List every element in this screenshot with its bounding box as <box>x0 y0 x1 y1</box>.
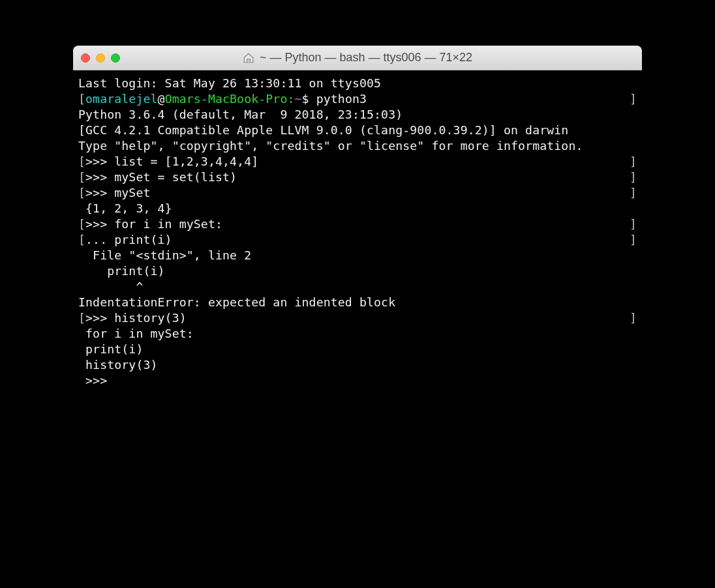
shell-command: python3 <box>316 92 367 106</box>
repl-empty-prompt: >>> <box>78 374 114 387</box>
repl-line: [>>> for i in mySet: ] <box>78 216 637 232</box>
terminal-window: ~ — Python — bash — ttys006 — 71×22 Last… <box>73 46 642 514</box>
maximize-button[interactable] <box>111 53 120 63</box>
repl-input: print(i) <box>114 233 172 246</box>
python-version: Python 3.6.4 (default, Mar 9 2018, 23:15… <box>78 108 410 121</box>
bracket-open: [ <box>78 186 85 199</box>
repl-output: {1, 2, 3, 4} <box>78 201 172 215</box>
repl-line: [>>> history(3) ] <box>78 310 637 326</box>
repl-left: [>>> for i in mySet: <box>78 216 222 232</box>
bracket-close: ] <box>630 169 637 185</box>
close-button[interactable] <box>81 53 90 63</box>
repl-prompt: >>> <box>85 186 114 199</box>
prompt-tilde: ~ <box>295 92 302 106</box>
error-source: print(i) <box>78 264 165 278</box>
bracket-close: ] <box>630 232 637 248</box>
bracket-close: ] <box>630 310 637 326</box>
repl-left: [>>> mySet = set(list) <box>78 169 237 185</box>
repl-left: [... print(i) <box>78 232 172 248</box>
terminal-line: File "<stdin>", line 2 <box>78 248 637 263</box>
window-title: ~ — Python — bash — ttys006 — 71×22 <box>260 51 472 65</box>
repl-prompt: >>> <box>85 374 114 387</box>
terminal-line: Last login: Sat May 26 13:30:11 on ttys0… <box>78 76 637 91</box>
repl-prompt: >>> <box>85 217 114 231</box>
repl-line: [... print(i) ] <box>78 232 637 248</box>
error-message: IndentationError: expected an indented b… <box>78 295 395 309</box>
repl-input: mySet = set(list) <box>114 170 237 184</box>
bracket-close: ] <box>630 91 637 107</box>
prompt-at: @ <box>158 92 165 106</box>
prompt-dollar: $ <box>302 92 316 106</box>
error-caret: ^ <box>78 280 143 293</box>
repl-input: mySet <box>114 186 150 199</box>
last-login-text: Last login: Sat May 26 13:30:11 on ttys0… <box>78 76 381 90</box>
bracket-open: [ <box>78 170 85 184</box>
terminal-line: ^ <box>78 279 637 295</box>
repl-line: >>> <box>78 373 637 389</box>
bracket-close: ] <box>630 185 637 201</box>
repl-prompt: >>> <box>85 311 114 325</box>
shell-prompt-line: [omaralejel@Omars-MacBook-Pro:~$ python3… <box>78 91 637 107</box>
python-help: Type "help", "copyright", "credits" or "… <box>78 139 583 153</box>
prompt-left: [omaralejel@Omars-MacBook-Pro:~$ python3 <box>78 91 367 107</box>
repl-left: [>>> history(3) <box>78 310 187 326</box>
bracket-open: [ <box>78 154 85 168</box>
bracket-open: [ <box>78 233 85 246</box>
repl-left: [>>> mySet <box>78 185 151 201</box>
repl-prompt: >>> <box>85 154 114 168</box>
terminal-line: history(3) <box>78 357 637 373</box>
repl-input: for i in mySet: <box>114 217 222 231</box>
prompt-host: Omars-MacBook-Pro: <box>165 92 295 106</box>
home-icon <box>243 52 254 64</box>
title-content: ~ — Python — bash — ttys006 — 71×22 <box>73 51 642 65</box>
bracket-close: ] <box>630 216 637 232</box>
terminal-line: [GCC 4.2.1 Compatible Apple LLVM 9.0.0 (… <box>78 123 637 138</box>
prompt-user: omaralejel <box>85 92 158 106</box>
titlebar[interactable]: ~ — Python — bash — ttys006 — 71×22 <box>73 46 642 70</box>
python-compiler: [GCC 4.2.1 Compatible Apple LLVM 9.0.0 (… <box>78 123 568 137</box>
traffic-lights <box>81 53 120 63</box>
history-output: for i in mySet: <box>78 327 194 340</box>
terminal-line: for i in mySet: <box>78 326 637 342</box>
repl-line: [>>> mySet ] <box>78 185 637 201</box>
terminal-line: print(i) <box>78 263 637 279</box>
repl-left: [>>> list = [1,2,3,4,4,4] <box>78 154 258 169</box>
terminal-line: Python 3.6.4 (default, Mar 9 2018, 23:15… <box>78 107 637 123</box>
terminal-content[interactable]: Last login: Sat May 26 13:30:11 on ttys0… <box>73 70 642 514</box>
repl-input: list = [1,2,3,4,4,4] <box>114 154 258 168</box>
bracket-open: [ <box>78 311 85 325</box>
terminal-line: print(i) <box>78 342 637 357</box>
repl-cont-prompt: ... <box>85 233 114 246</box>
bracket-open: [ <box>78 92 85 106</box>
terminal-line: IndentationError: expected an indented b… <box>78 295 637 310</box>
bracket-close: ] <box>630 154 637 169</box>
error-file: File "<stdin>", line 2 <box>78 248 251 262</box>
minimize-button[interactable] <box>96 53 105 63</box>
terminal-line: Type "help", "copyright", "credits" or "… <box>78 138 637 154</box>
terminal-line: {1, 2, 3, 4} <box>78 201 637 216</box>
repl-line: [>>> mySet = set(list) ] <box>78 169 637 185</box>
history-output: history(3) <box>78 358 158 372</box>
history-output: print(i) <box>78 342 143 356</box>
repl-line: [>>> list = [1,2,3,4,4,4] ] <box>78 154 637 169</box>
bracket-open: [ <box>78 217 85 231</box>
repl-prompt: >>> <box>85 170 114 184</box>
repl-input: history(3) <box>114 311 187 325</box>
